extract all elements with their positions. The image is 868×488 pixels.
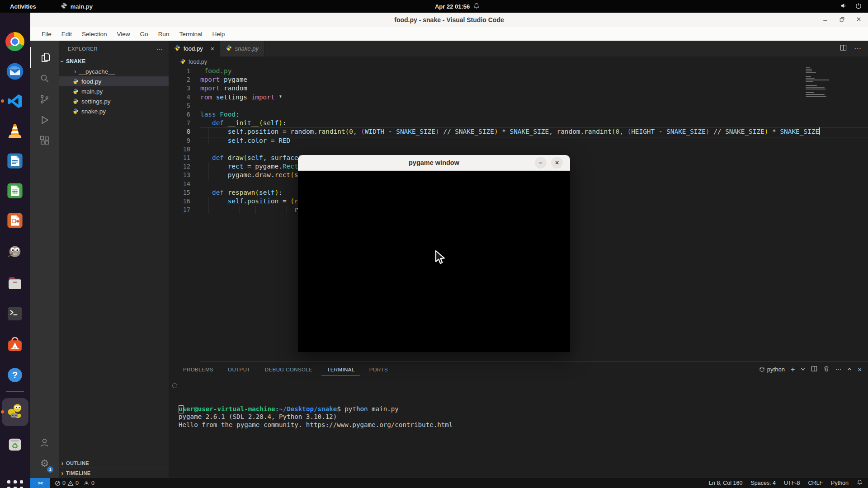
clock-menu[interactable]: Apr 22 01:56 [435,3,480,10]
dock-item-files[interactable] [5,272,25,293]
menu-view[interactable]: View [112,31,135,38]
dock-item-snake-game[interactable] [5,402,25,422]
indent-guide [208,127,208,136]
vscode-titlebar[interactable]: food.py - snake - Visual Studio Code [30,13,868,28]
explorer-root-snake[interactable]: ›SNAKE [59,56,169,66]
python-file-icon [71,98,80,104]
account-icon[interactable] [30,432,59,453]
dock-item-vscode[interactable] [5,91,25,112]
terminal-shell-item[interactable]: python [759,366,785,373]
source-control-icon[interactable] [30,89,59,109]
activities-button[interactable]: Activities [7,3,39,10]
line-number: 13 [183,171,190,179]
split-terminal-icon[interactable] [811,366,817,373]
menu-selection[interactable]: Selection [77,31,112,38]
status-indentation[interactable]: Spaces: 4 [750,480,776,486]
file-item-food-py[interactable]: food.py [59,76,169,86]
maximize-panel-icon[interactable] [847,366,852,373]
dock-item-help[interactable]: ? [5,365,25,385]
minimize-button[interactable] [822,16,828,23]
panel-tab-problems[interactable]: PROBLEMS [178,363,219,376]
dock-item-writer[interactable] [5,150,25,171]
file-item-main-py[interactable]: main.py [59,86,169,96]
panel-tab-output[interactable]: OUTPUT [222,363,256,376]
dock-item-terminal[interactable] [5,303,25,324]
tab-food-py[interactable]: food.py× [169,41,220,56]
dock-item-thunderbird[interactable] [5,61,25,82]
close-panel-icon[interactable]: × [858,366,862,373]
terminal-output[interactable]: user@user-virtual-machine:~/Desktop/snak… [179,381,859,474]
dock-item-trash[interactable]: ♻ [5,434,25,455]
panel-tab-debug-console[interactable]: DEBUG CONSOLE [259,363,318,376]
menu-edit[interactable]: Edit [57,31,77,38]
pygame-titlebar[interactable]: pygame window – × [298,155,570,171]
dock-item-calc[interactable] [5,180,25,201]
explorer-icon[interactable] [30,47,60,68]
dock-item-impress[interactable] [5,210,25,231]
menu-file[interactable]: File [37,31,57,38]
file-item-settings-py[interactable]: settings.py [59,96,169,106]
search-icon[interactable] [30,68,59,89]
error-count: 0 [62,480,66,486]
breadcrumb-file-icon [180,58,186,66]
terminal-dropdown-icon[interactable] [801,366,805,373]
python-file-icon [226,45,232,52]
tab-snake-py[interactable]: snake.py [220,41,264,56]
pygame-game-surface[interactable] [298,171,570,352]
restore-button[interactable] [839,16,845,23]
outline-section[interactable]: ›OUTLINE [59,458,169,468]
ports-status[interactable]: 0 [83,480,94,486]
dock-item-gimp[interactable] [5,240,25,261]
dock-item-chrome[interactable] [5,31,25,52]
remote-indicator[interactable]: >< [30,478,50,488]
dock-item-vlc[interactable] [5,121,25,141]
panel-more-actions-icon[interactable]: ⋯ [835,366,841,373]
file-item-__pycache__[interactable]: ›__pycache__ [59,66,169,76]
dock-item-app-grid[interactable] [5,478,25,488]
dock-separator [6,391,24,392]
new-terminal-icon[interactable]: + [791,366,795,374]
settings-gear-icon[interactable]: ⚙ 1 [30,453,59,474]
line-number: 4 [187,93,190,102]
panel-tab-ports[interactable]: PORTS [364,363,393,376]
code-line-10 [196,145,820,154]
minimap-line [806,78,815,79]
menu-go[interactable]: Go [135,31,153,38]
python-file-icon [174,45,180,52]
command-decoration-icon[interactable] [172,383,177,388]
minimap-line [806,80,829,80]
close-button[interactable] [856,16,862,23]
kill-terminal-icon[interactable] [823,366,830,373]
status-cursor-position[interactable]: Ln 8, Col 160 [709,480,742,486]
pygame-window[interactable]: pygame window – × [298,155,570,352]
focused-app-menu[interactable]: main.py [61,2,93,10]
problems-status[interactable]: 0 0 [55,480,79,486]
notifications-bell-icon[interactable] [857,479,863,487]
editor-more-actions-icon[interactable]: ⋯ [854,44,862,53]
file-item-snake-py[interactable]: snake.py [59,106,169,116]
code-line-3: import random [196,84,820,93]
pygame-close-button[interactable]: × [551,157,563,169]
run-debug-icon[interactable] [30,109,59,130]
menu-run[interactable]: Run [153,31,175,38]
breadcrumb[interactable]: food.py [169,56,868,67]
menu-help[interactable]: Help [207,31,230,38]
dock-item-software[interactable] [5,334,25,355]
timeline-section[interactable]: ›TIMELINE [59,468,169,478]
menu-terminal[interactable]: Terminal [174,31,207,38]
system-status-area[interactable] [840,2,862,10]
status-encoding[interactable]: UTF-8 [784,480,800,486]
extensions-icon[interactable] [30,130,59,151]
tab-close-icon[interactable]: × [211,45,214,52]
status-eol[interactable]: CRLF [808,480,823,486]
status-language-mode[interactable]: Python [831,480,849,486]
volume-icon [840,2,847,10]
pygame-minimize-button[interactable]: – [535,157,547,169]
split-editor-icon[interactable] [840,44,847,53]
minimap[interactable] [806,67,833,139]
settings-badge: 1 [47,466,53,473]
indent-guide [208,136,208,145]
line-number: 8 [187,127,190,136]
explorer-more-actions-icon[interactable]: ⋯ [156,45,163,52]
panel-tab-terminal[interactable]: TERMINAL [321,363,360,376]
